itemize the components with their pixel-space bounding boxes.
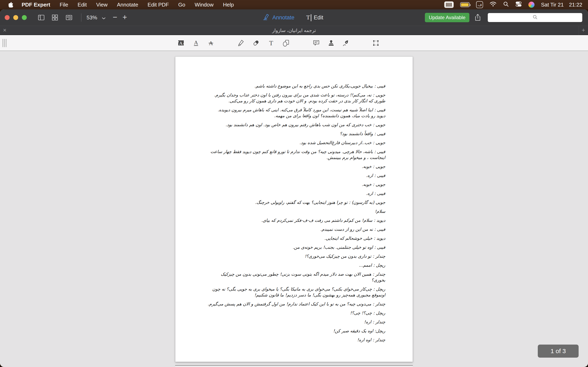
siri-icon[interactable] [528, 2, 535, 8]
stamp-icon[interactable] [328, 39, 335, 47]
text-icon[interactable]: T [268, 39, 275, 47]
update-available-button[interactable]: Update Available [425, 13, 469, 22]
underline-icon[interactable]: A [192, 39, 200, 47]
document-view: فیبی : بیخیال جویی،یکاری نکن حس بدی راجع… [0, 51, 588, 367]
reading-icon[interactable] [66, 14, 72, 22]
battery-icon[interactable] [460, 2, 470, 7]
eraser-icon[interactable] [252, 39, 260, 47]
menu-bar: PDF Expert File Edit View Annotate Edit … [0, 0, 588, 9]
paragraph: فیبی : نه من این رو از دست نمیبدم. [208, 226, 385, 233]
control-center-icon[interactable] [515, 1, 522, 8]
paragraph: جویی (به گارسون) : تو چرا هنوز اینجایی؟ … [208, 200, 385, 206]
menu-item-view[interactable]: View [96, 2, 108, 8]
paragraph: فیبی : اوه تو خیلی جنتلمنی. بجنب! بریم خ… [208, 244, 385, 250]
apple-icon[interactable] [9, 2, 13, 8]
zoom-in-button[interactable]: + [122, 9, 127, 26]
close-window-button[interactable] [5, 15, 9, 20]
paragraph: جویی : نه، می‌کنم!! درسته، تو باعث شدی م… [208, 92, 385, 104]
annotation-toolbar: A A A [0, 35, 588, 51]
menu-item-window[interactable]: Window [195, 2, 214, 8]
minimize-window-button[interactable] [13, 15, 18, 20]
menu-item-annotate[interactable]: Annotate [117, 2, 138, 8]
tab-annotate-label: Annotate [272, 15, 294, 21]
status-area: ف. Sat Tir 21 21:22 [444, 1, 582, 8]
paragraph: جویی : خب دختری که من اون شب باهاش رفتم … [208, 122, 385, 128]
paragraph: چندلر : اره! [208, 319, 385, 325]
tab-edit[interactable]: T Edit [306, 9, 323, 26]
keyboard-icon[interactable] [444, 1, 454, 8]
paragraph: ریچل: اوه یک دقیقه صبر کن! [208, 328, 385, 334]
menu-item-go[interactable]: Go [178, 2, 185, 8]
document-tab-bar: ✕ ترجمه ایرانیان، سازوار + [0, 26, 588, 35]
tab-edit-label: Edit [314, 15, 323, 21]
shapes-icon[interactable] [282, 39, 290, 47]
menu-app-name[interactable]: PDF Expert [22, 2, 50, 8]
paragraph: جویی : خب..از دبیرستان فارغ‌التحصیل شده … [208, 140, 385, 146]
zoom-out-button[interactable]: − [113, 9, 117, 26]
pdf-page-2-edge [175, 365, 413, 367]
menu-item-file[interactable]: File [60, 2, 68, 8]
thumbnails-icon[interactable] [52, 14, 58, 22]
annotate-marker-icon [263, 13, 270, 22]
paragraph: دیوید : خیلی خوشحالم که اینجایی. [208, 235, 385, 242]
edit-text-icon: T [306, 14, 311, 21]
page-indicator: 1 of 3 [538, 345, 579, 358]
pdf-page-1: فیبی : بیخیال جویی،یکاری نکن حس بدی راجع… [175, 57, 413, 362]
paragraph: ریچل : چی؟! چی؟! [208, 310, 385, 316]
note-icon[interactable] [312, 39, 320, 47]
page-text: فیبی : بیخیال جویی،یکاری نکن حس بدی راجع… [208, 83, 385, 343]
sidebar-icon[interactable] [38, 14, 45, 22]
share-icon[interactable] [474, 13, 481, 22]
paragraph: فیبی : واقعاً دانشمند بود؟ [208, 131, 385, 137]
toolbar-search-input[interactable] [488, 13, 582, 22]
menu-item-edit[interactable]: Edit [78, 2, 87, 8]
paragraph: فیبی : اینا اصلاً شبیه هم نیست، این مورد… [208, 107, 385, 119]
main-toolbar: 53% − + Annotate T Edit Update Available [0, 9, 588, 26]
new-tab-icon[interactable]: + [579, 26, 588, 35]
zoom-level[interactable]: 53% [86, 9, 97, 26]
paragraph: سلام! [208, 209, 385, 215]
strikethrough-icon[interactable]: A [207, 39, 215, 47]
paragraph: چندلر : تو داری بدون من چیزکیک می‌خوری؟! [208, 253, 385, 259]
status-time: 21:22 [569, 2, 582, 8]
spotlight-icon[interactable] [503, 1, 509, 8]
menu-item-edit-pdf[interactable]: Edit PDF [148, 2, 169, 8]
status-date: Sat Tir 21 [541, 2, 564, 8]
paragraph: فیبی : بیخیال جویی،یکاری نکن حس بدی راجع… [208, 83, 385, 89]
paragraph: فیبی : اره. [208, 173, 385, 179]
paragraph: دیوید : سلام! من کم‌کم داشتم می رفت ف-ف-… [208, 217, 385, 224]
wifi-icon[interactable] [490, 1, 497, 8]
svg-text:A: A [194, 39, 198, 46]
menu-item-help[interactable]: Help [223, 2, 234, 8]
paragraph: ریچل : چی‌کار می‌خوای بکنی؟ می‌خوای بری … [208, 286, 385, 298]
tab-annotate[interactable]: Annotate [263, 9, 294, 26]
paragraph: چندلر : اوه اره! [208, 337, 385, 343]
paragraph: فیبی : اره. [208, 191, 385, 197]
toolbar-drag-handle[interactable] [2, 39, 7, 47]
paragraph: چندلر : همین الان بهت صد دلار میدم اگه ب… [208, 271, 385, 283]
paragraph: جویی : خوبه. [208, 182, 385, 188]
menu-items: PDF Expert File Edit View Annotate Edit … [22, 2, 234, 8]
paragraph: جویی : خوبه. [208, 164, 385, 170]
select-icon[interactable] [372, 39, 380, 47]
paragraph: چندلر : می‌دونی چیه؟ من به تو با این کیک… [208, 301, 385, 307]
highlight-icon[interactable]: A [177, 39, 185, 47]
paragraph: فیبی : باشه، حالا هرچی. میدونی چیه؟ من و… [208, 149, 385, 161]
zoom-chevron-icon[interactable] [102, 17, 106, 20]
svg-text:T: T [269, 39, 273, 47]
paragraph: ریچل : اممم... [208, 262, 385, 268]
signature-icon[interactable] [342, 39, 350, 47]
input-source-icon[interactable]: ف. [476, 1, 483, 8]
zoom-window-button[interactable] [22, 15, 27, 20]
toolbar-search [488, 13, 582, 22]
document-tab-title[interactable]: ترجمه ایرانیان، سازوار [0, 26, 588, 35]
toolbar-divider [81, 13, 81, 22]
menu-clock[interactable]: Sat Tir 21 21:22 [541, 2, 582, 8]
pencil-icon[interactable] [237, 39, 245, 47]
svg-text:A: A [179, 41, 183, 46]
pdf-expert-window: 53% − + Annotate T Edit Update Available [0, 9, 588, 367]
